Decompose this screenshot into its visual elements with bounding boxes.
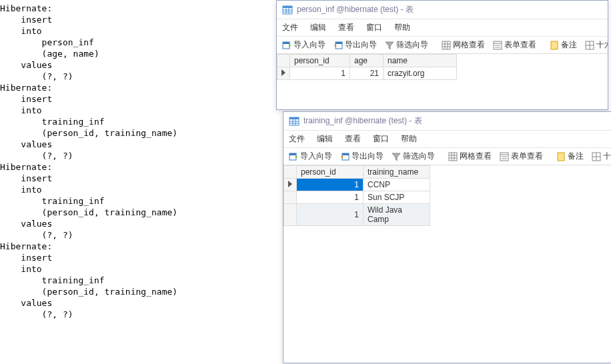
- form-view-button[interactable]: 表单查看: [497, 149, 546, 163]
- menu-view[interactable]: 查看: [338, 22, 354, 33]
- menu-help[interactable]: 帮助: [394, 22, 410, 33]
- cell-person-id[interactable]: 1: [290, 67, 350, 80]
- table-icon: [289, 116, 299, 127]
- form-icon: [500, 152, 509, 161]
- menubar: 文件 编辑 查看 窗口 帮助: [283, 131, 611, 148]
- table-header-row: person_id age name: [277, 55, 457, 67]
- svg-rect-30: [289, 153, 296, 155]
- svg-rect-18: [495, 47, 500, 48]
- window-title: training_inf @hibernate (test) - 表: [303, 115, 422, 127]
- table-row[interactable]: 1 Wild Java Camp: [284, 204, 430, 226]
- svg-rect-7: [283, 42, 289, 44]
- cell-person-id[interactable]: 1: [297, 179, 364, 191]
- hex-icon: [585, 41, 594, 50]
- import-wizard-button[interactable]: 导入向导: [279, 38, 328, 52]
- form-icon: [493, 41, 502, 50]
- note-icon: [550, 41, 559, 50]
- menu-window[interactable]: 窗口: [373, 133, 389, 145]
- export-icon: [340, 152, 350, 161]
- cell-person-id[interactable]: 1: [297, 204, 364, 226]
- cell-name[interactable]: crazyit.org: [384, 67, 457, 80]
- svg-rect-33: [449, 153, 457, 161]
- form-view-button[interactable]: 表单查看: [490, 38, 539, 52]
- toolbar: 导入向导 导出向导 筛选向导 网格查看 表单查看 备注 十六进: [283, 148, 611, 165]
- data-grid[interactable]: person_id training_name 1 CCNP 1 Sun SCJ…: [283, 165, 611, 226]
- window-title: person_inf @hibernate (test) - 表: [297, 4, 414, 15]
- table-row[interactable]: 1 Sun SCJP: [284, 191, 430, 204]
- cell-training-name[interactable]: CCNP: [364, 179, 430, 191]
- cell-training-name[interactable]: Wild Java Camp: [364, 204, 430, 226]
- export-wizard-button[interactable]: 导出向导: [331, 38, 380, 52]
- grid-view-button[interactable]: 网格查看: [439, 38, 488, 52]
- menu-edit[interactable]: 编辑: [317, 133, 333, 145]
- svg-rect-24: [289, 117, 299, 119]
- menu-edit[interactable]: 编辑: [310, 22, 326, 33]
- row-pointer: [277, 67, 290, 80]
- titlebar[interactable]: training_inf @hibernate (test) - 表: [283, 112, 611, 131]
- funnel-icon: [385, 41, 394, 50]
- svg-rect-10: [442, 41, 450, 49]
- filter-wizard-button[interactable]: 筛选向导: [382, 38, 431, 52]
- note-button[interactable]: 备注: [547, 38, 580, 52]
- menu-file[interactable]: 文件: [289, 133, 305, 145]
- svg-rect-1: [283, 6, 292, 8]
- col-person-id[interactable]: person_id: [290, 55, 350, 67]
- import-icon: [282, 41, 291, 50]
- col-age[interactable]: age: [350, 55, 384, 67]
- sql-log: Hibernate: insert into person_inf (age, …: [0, 0, 280, 320]
- row-pointer: [284, 179, 297, 191]
- filter-wizard-button[interactable]: 筛选向导: [389, 149, 438, 163]
- grid-icon: [442, 41, 451, 50]
- svg-rect-42: [558, 153, 564, 161]
- menu-help[interactable]: 帮助: [401, 133, 417, 145]
- note-button[interactable]: 备注: [554, 149, 586, 163]
- cell-training-name[interactable]: Sun SCJP: [364, 191, 430, 204]
- row-header: [284, 191, 297, 204]
- window-training-inf: training_inf @hibernate (test) - 表 文件 编辑…: [283, 111, 611, 363]
- import-icon: [289, 152, 298, 161]
- menu-view[interactable]: 查看: [345, 133, 361, 145]
- svg-rect-41: [502, 158, 507, 159]
- grid-icon: [448, 152, 458, 161]
- window-person-inf: person_inf @hibernate (test) - 表 文件 编辑 查…: [276, 0, 608, 110]
- export-wizard-button[interactable]: 导出向导: [338, 149, 386, 163]
- col-training-name[interactable]: training_name: [364, 166, 430, 179]
- funnel-icon: [392, 152, 401, 161]
- data-grid[interactable]: person_id age name 1 21 crazyit.org: [277, 54, 608, 80]
- hex-button[interactable]: 十六进: [589, 149, 611, 163]
- svg-rect-40: [502, 156, 507, 157]
- import-wizard-button[interactable]: 导入向导: [286, 149, 335, 163]
- row-header: [284, 204, 297, 226]
- toolbar: 导入向导 导出向导 筛选向导 网格查看 表单查看 备注 十六进: [277, 37, 608, 54]
- col-person-id[interactable]: person_id: [297, 166, 364, 179]
- table-row[interactable]: 1 CCNP: [284, 179, 430, 191]
- cell-age[interactable]: 21: [350, 67, 384, 80]
- svg-rect-32: [342, 153, 349, 155]
- titlebar[interactable]: person_inf @hibernate (test) - 表: [277, 1, 608, 19]
- note-icon: [556, 152, 566, 161]
- svg-rect-19: [551, 41, 558, 49]
- svg-rect-17: [495, 45, 500, 46]
- svg-rect-9: [336, 42, 342, 44]
- menu-file[interactable]: 文件: [282, 22, 298, 33]
- cell-person-id[interactable]: 1: [297, 191, 364, 204]
- corner-cell: [284, 166, 297, 179]
- grid-view-button[interactable]: 网格查看: [446, 149, 494, 163]
- table-header-row: person_id training_name: [284, 166, 430, 179]
- menu-window[interactable]: 窗口: [366, 22, 382, 33]
- table-row[interactable]: 1 21 crazyit.org: [277, 67, 457, 80]
- table-icon: [282, 5, 293, 15]
- menubar: 文件 编辑 查看 窗口 帮助: [277, 19, 608, 37]
- hex-button[interactable]: 十六进: [582, 38, 608, 52]
- col-name[interactable]: name: [384, 55, 457, 67]
- export-icon: [334, 41, 343, 50]
- hex-icon: [592, 152, 601, 161]
- corner-cell: [277, 55, 290, 67]
